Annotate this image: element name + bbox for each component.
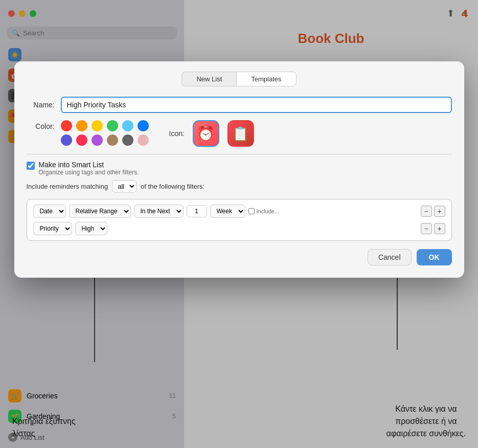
filter-row-date: Date Relative Range In the Next Week Inc… (33, 205, 445, 218)
icon-list[interactable]: 📋 (227, 120, 254, 147)
icon-alarm[interactable]: ⏰ (193, 120, 219, 147)
color-pink[interactable] (76, 135, 87, 146)
filters-match-select[interactable]: all (112, 180, 136, 193)
smart-list-text: Make into Smart List Organize using tags… (39, 161, 139, 176)
alarm-emoji: ⏰ (197, 125, 215, 142)
color-light-blue[interactable] (122, 120, 133, 131)
color-brown[interactable] (107, 135, 118, 146)
smart-list-subtitle: Organize using tags and other filters. (39, 169, 139, 176)
filter-add-btn-1[interactable]: + (434, 206, 445, 217)
smart-list-row: Make into Smart List Organize using tags… (27, 161, 452, 176)
tab-templates[interactable]: Templates (236, 72, 296, 86)
color-row-2 (61, 135, 149, 146)
cancel-button[interactable]: Cancel (368, 249, 412, 265)
filter-date-unit[interactable]: Week (210, 205, 245, 218)
include-label: Include... (257, 208, 280, 214)
color-violet[interactable] (92, 135, 103, 146)
filters-row: Include reminders matching all of the fo… (27, 180, 452, 193)
divider-1 (27, 154, 452, 154)
name-label: Name: (27, 101, 55, 109)
filter-date-condition[interactable]: Relative Range (69, 205, 131, 218)
filter-add-btn-2[interactable]: + (434, 223, 445, 234)
modal-tabs: New List Templates (27, 72, 452, 86)
filters-label-after: of the following filters: (141, 183, 204, 190)
tab-new-list[interactable]: New List (181, 72, 236, 86)
icon-section: Icon: ⏰ 📋 (169, 120, 254, 147)
color-icon-row: Color: (27, 120, 452, 147)
smart-list-checkbox[interactable] (27, 162, 35, 170)
color-light-pink[interactable] (138, 135, 149, 146)
modal-actions: Cancel OK (27, 249, 452, 265)
new-list-modal: New List Templates Name: Color: (14, 61, 464, 278)
ok-button[interactable]: OK (417, 249, 452, 265)
color-blue[interactable] (138, 120, 149, 131)
include-area: Include... (248, 208, 280, 214)
smart-list-title: Make into Smart List (39, 161, 139, 169)
filter-date-qualifier[interactable]: In the Next (134, 205, 184, 218)
color-yellow[interactable] (92, 120, 103, 131)
color-green[interactable] (107, 120, 118, 131)
name-row: Name: (27, 97, 452, 113)
filter-remove-btn-2[interactable]: − (421, 223, 432, 234)
filter-date-number[interactable] (187, 205, 207, 217)
filter-row2-actions: − + (421, 223, 445, 234)
color-row-1 (61, 120, 149, 131)
color-label: Color: (27, 122, 55, 130)
filter-priority-field[interactable]: Priority (33, 222, 72, 235)
name-input[interactable] (61, 97, 452, 113)
filter-remove-btn-1[interactable]: − (421, 206, 432, 217)
color-gray[interactable] (122, 135, 133, 146)
color-orange[interactable] (76, 120, 87, 131)
filter-row1-actions: − + (421, 206, 445, 217)
icon-label: Icon: (169, 129, 185, 138)
filter-priority-condition[interactable]: High (75, 222, 107, 235)
color-purple[interactable] (61, 135, 72, 146)
filter-row-priority: Priority High − + (33, 222, 445, 235)
color-red[interactable] (61, 120, 72, 131)
filter-date-field[interactable]: Date (33, 205, 66, 218)
filter-criteria-box: Date Relative Range In the Next Week Inc… (27, 199, 452, 241)
filters-label-before: Include reminders matching (27, 183, 108, 190)
color-swatches (61, 120, 149, 146)
list-emoji: 📋 (232, 125, 249, 142)
include-checkbox[interactable] (248, 208, 255, 214)
